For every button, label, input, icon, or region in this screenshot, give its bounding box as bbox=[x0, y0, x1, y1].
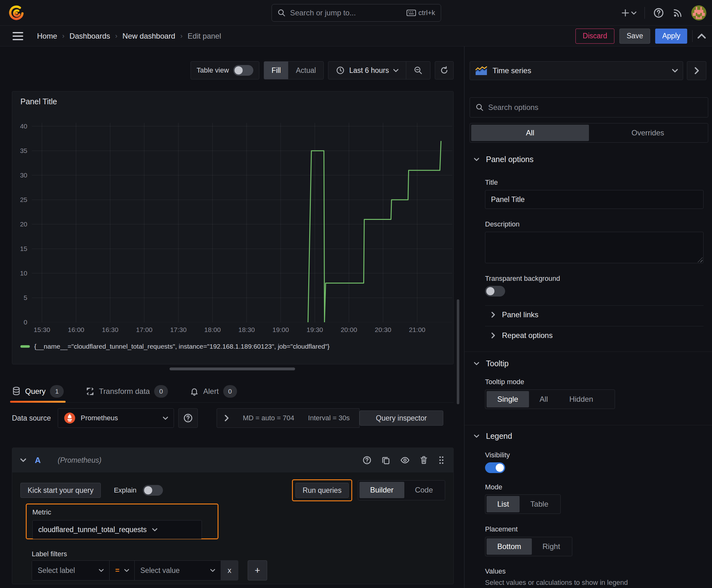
metric-value: cloudflared_tunnel_total_requests bbox=[38, 525, 147, 534]
tooltip-hidden-option[interactable]: Hidden bbox=[559, 391, 604, 407]
tab-query-label: Query bbox=[25, 387, 45, 396]
duplicate-query-icon[interactable] bbox=[381, 456, 390, 465]
kick-start-query-button[interactable]: Kick start your query bbox=[20, 483, 101, 498]
editor-main-area: Table view Fill Actual Last 6 hours Pane… bbox=[0, 46, 464, 588]
add-filter-button[interactable]: + bbox=[248, 560, 267, 581]
add-new-button[interactable] bbox=[621, 8, 637, 18]
drag-handle-icon[interactable] bbox=[438, 456, 445, 465]
query-row-header[interactable]: A (Prometheus) bbox=[12, 448, 453, 472]
select-label-dropdown[interactable]: Select label bbox=[32, 561, 110, 580]
run-queries-button[interactable]: Run queries bbox=[296, 483, 349, 498]
user-avatar[interactable] bbox=[691, 5, 706, 20]
section-divider bbox=[465, 352, 712, 352]
remove-filter-button[interactable]: x bbox=[221, 561, 238, 580]
code-option[interactable]: Code bbox=[404, 482, 444, 498]
table-view-toggle[interactable] bbox=[233, 65, 253, 76]
time-series-chart[interactable]: 0510152025303540 15:3016:0016:3017:0017:… bbox=[32, 123, 452, 322]
tooltip-single-option[interactable]: Single bbox=[487, 391, 529, 407]
transform-icon bbox=[86, 387, 94, 396]
explain-toggle[interactable] bbox=[143, 485, 163, 496]
global-search-input[interactable]: Search or jump to... ctrl+k bbox=[272, 4, 441, 22]
chevron-down-icon bbox=[474, 362, 479, 365]
breadcrumb-home[interactable]: Home bbox=[37, 32, 57, 41]
tooltip-all-option[interactable]: All bbox=[529, 391, 559, 407]
grafana-logo[interactable] bbox=[8, 4, 24, 22]
legend-placement-bottom[interactable]: Bottom bbox=[487, 538, 532, 555]
visualization-panel[interactable]: Panel Title 0510152025303540 15:3016:001… bbox=[12, 91, 454, 364]
breadcrumb-separator: › bbox=[62, 32, 64, 40]
delete-query-icon[interactable] bbox=[419, 456, 428, 465]
chevron-down-icon bbox=[631, 11, 637, 15]
breadcrumb-new-dashboard[interactable]: New dashboard bbox=[123, 32, 175, 41]
legend-mode-list[interactable]: List bbox=[487, 496, 520, 512]
editor-actions: Discard Save Apply bbox=[576, 28, 706, 44]
toggle-visibility-icon[interactable] bbox=[400, 456, 410, 465]
query-inspector-button[interactable]: Query inspector bbox=[360, 411, 443, 426]
x-tick-label: 18:00 bbox=[204, 322, 221, 334]
search-options-input[interactable]: Search options bbox=[470, 97, 708, 118]
panel-options-header[interactable]: Panel options bbox=[474, 155, 534, 164]
builder-option[interactable]: Builder bbox=[360, 482, 404, 498]
discard-button[interactable]: Discard bbox=[576, 28, 614, 44]
legend-mode-table[interactable]: Table bbox=[520, 496, 559, 512]
x-tick-label: 20:30 bbox=[375, 322, 391, 334]
chevron-down-icon[interactable] bbox=[20, 458, 26, 462]
legend-section-header[interactable]: Legend bbox=[474, 432, 512, 441]
datasource-picker[interactable]: Prometheus bbox=[58, 408, 174, 428]
tab-query[interactable]: Query 1 bbox=[12, 380, 64, 402]
chevron-right-icon[interactable] bbox=[224, 415, 229, 421]
apply-button[interactable]: Apply bbox=[655, 28, 687, 44]
legend-visibility-toggle[interactable] bbox=[485, 462, 505, 473]
time-series-viz-icon bbox=[475, 66, 488, 76]
tab-all[interactable]: All bbox=[471, 125, 589, 141]
chevron-right-icon bbox=[491, 333, 495, 338]
collapse-header-icon[interactable] bbox=[697, 33, 706, 39]
operator-dropdown[interactable]: = bbox=[110, 561, 135, 580]
query-help-icon[interactable] bbox=[362, 456, 372, 465]
datasource-help-icon[interactable] bbox=[178, 408, 198, 428]
y-tick-label: 30 bbox=[20, 171, 32, 179]
visualization-picker[interactable]: Time series bbox=[470, 61, 683, 80]
vertical-scrollbar[interactable] bbox=[457, 299, 459, 404]
time-range-picker[interactable]: Last 6 hours bbox=[328, 62, 406, 79]
query-ref-id[interactable]: A bbox=[35, 456, 41, 465]
options-filter-tabs: All Overrides bbox=[470, 123, 708, 143]
refresh-button[interactable] bbox=[435, 61, 454, 80]
tab-alert-label: Alert bbox=[203, 387, 218, 396]
transparent-bg-toggle[interactable] bbox=[485, 286, 505, 296]
fill-option[interactable]: Fill bbox=[264, 62, 288, 79]
chevron-down-icon bbox=[163, 417, 168, 420]
x-tick-label: 20:00 bbox=[341, 322, 357, 334]
help-icon[interactable] bbox=[653, 7, 664, 19]
search-options-placeholder: Search options bbox=[488, 103, 538, 112]
database-icon bbox=[12, 387, 21, 396]
legend-series-label[interactable]: {__name__="cloudflared_tunnel_total_requ… bbox=[34, 343, 330, 350]
breadcrumb-dashboards[interactable]: Dashboards bbox=[69, 32, 110, 41]
tab-alert[interactable]: Alert 0 bbox=[190, 380, 237, 402]
save-button[interactable]: Save bbox=[619, 28, 650, 44]
horizontal-resize-handle[interactable] bbox=[170, 368, 295, 370]
legend-placement-right[interactable]: Right bbox=[532, 538, 571, 555]
repeat-options-section[interactable]: Repeat options bbox=[491, 331, 553, 340]
select-value-dropdown[interactable]: Select value bbox=[135, 561, 221, 580]
zoom-out-button[interactable] bbox=[406, 62, 430, 79]
tab-overrides[interactable]: Overrides bbox=[589, 125, 707, 141]
legend-values-help: Select values or calculations to show in… bbox=[485, 579, 628, 587]
panel-links-section[interactable]: Panel links bbox=[491, 310, 538, 319]
clock-icon bbox=[336, 66, 345, 75]
metric-label: Metric bbox=[33, 508, 212, 517]
news-rss-icon[interactable] bbox=[672, 7, 683, 18]
collapse-options-pane-button[interactable] bbox=[687, 61, 706, 80]
actual-option[interactable]: Actual bbox=[288, 62, 323, 79]
menu-toggle-icon[interactable] bbox=[13, 32, 23, 40]
query-row-actions bbox=[362, 456, 445, 465]
metric-select[interactable]: cloudflared_tunnel_total_requests bbox=[33, 520, 202, 539]
legend-mode-segmented: List Table bbox=[485, 495, 561, 514]
description-field-label: Description bbox=[485, 220, 520, 228]
tab-transform-count: 0 bbox=[154, 385, 168, 398]
description-field-wrap bbox=[485, 232, 704, 263]
panel-title-input[interactable] bbox=[485, 190, 704, 209]
panel-description-input[interactable] bbox=[485, 232, 704, 263]
tab-transform-data[interactable]: Transform data 0 bbox=[86, 380, 168, 402]
tooltip-section-header[interactable]: Tooltip bbox=[474, 359, 509, 368]
